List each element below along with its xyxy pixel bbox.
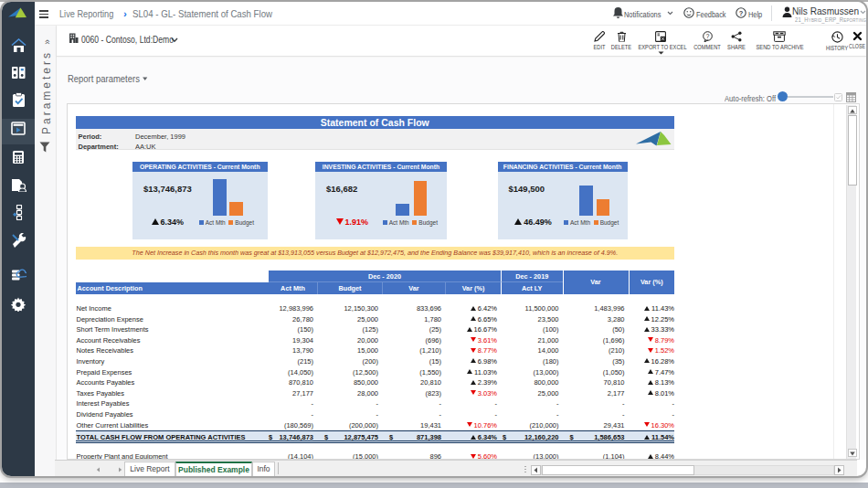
svg-text:?: ?	[739, 9, 744, 17]
